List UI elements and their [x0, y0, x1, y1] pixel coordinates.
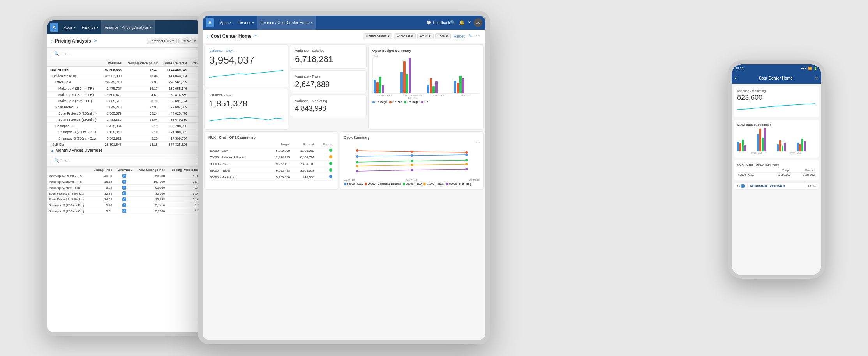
nux-table: Target Budget Status 60000 - G&A 5,289,9… [208, 142, 334, 181]
phone-menu-button[interactable]: ≡ [815, 75, 818, 81]
fy18-dropdown[interactable]: FY18 ▾ [417, 33, 434, 39]
edit-icon[interactable]: ✎ [468, 34, 473, 39]
phone-bar [764, 128, 766, 151]
x-label-rd: 80000 - R&D [427, 94, 453, 99]
x-label-travel: 81000 - T... [453, 94, 480, 99]
legend-rd-summary: 80000 - R&D [403, 182, 422, 185]
row-label: Make-up A (150ml - FR) [47, 179, 90, 185]
table-row: Soft Skin 28,391,845 13.18 374,325,626 [47, 142, 203, 146]
tab-direct-sales[interactable]: United States - Direct Sales [748, 183, 806, 189]
row-final: 5.14 [167, 202, 203, 208]
override-checkbox[interactable] [122, 186, 126, 190]
phone-bar-group [737, 140, 756, 151]
table-row: 60000 - G&A 1,250,000 1,335,962 [737, 173, 816, 177]
wifi-icon: 📶 [808, 67, 812, 70]
legend-py-target: PY Target [372, 101, 388, 103]
overrides-placeholder: Find... [60, 159, 70, 163]
reset-button[interactable]: Reset [452, 34, 466, 39]
united-states-dropdown[interactable]: United States ▾ [363, 33, 392, 39]
status-indicator [329, 149, 332, 152]
phone-time: 18:55 [736, 67, 743, 70]
forecast-dropdown-center[interactable]: Forecast ▾ [394, 33, 416, 39]
overrides-header-row: Selling Price Override? New Selling Pric… [47, 167, 203, 173]
forecast-dropdown[interactable]: Forecast EOY ▾ [147, 38, 177, 44]
overrides-search-input[interactable]: 🔍 Find... [51, 157, 199, 164]
table-row: Make-up A (75ml - FR) 9.32 9,3200 9.32 [47, 185, 203, 191]
tablet-center: A Apps ▾ Finance ▾ Finance / Cost Center… [198, 11, 490, 344]
phone-back-button[interactable]: ‹ [735, 75, 737, 81]
user-avatar[interactable]: GM [474, 18, 482, 27]
opex-budget-card: Opex Budget Summary 15M [368, 44, 484, 130]
nav-apps-left[interactable]: Apps ▾ [61, 20, 79, 34]
bar [432, 86, 435, 93]
override-checkbox[interactable] [122, 209, 126, 213]
col-price: Selling Price p/unit [124, 60, 160, 67]
legend-dot [403, 183, 405, 185]
variance-ga-title[interactable]: Variance - G&A › [209, 49, 283, 53]
legend-label: 60000 - G&A [347, 182, 363, 185]
variance-ga-card: Variance - G&A › 3,954,037 [204, 44, 288, 87]
nav-pricing-analysis[interactable]: Finance / Pricing Analysis ▾ [101, 20, 155, 34]
tab-all[interactable]: All 4 [734, 183, 748, 189]
search-icon-nav[interactable]: 🔍 [450, 20, 456, 25]
row-label: Make-up A (250ml - FR) [47, 85, 102, 92]
nav-finance-left[interactable]: Finance ▾ [79, 20, 102, 34]
phone-nux-title: NUX - Grid - OPEX summary [737, 163, 816, 166]
row-volumes: 7,669,519 [102, 98, 124, 104]
phone-status-icons: ●●● 📶 🔋 [801, 67, 818, 70]
overrides-search-bar: 🔍 Find... [47, 154, 203, 167]
row-label: 70000 - Salaries & Bene... [208, 154, 265, 161]
svg-point-2 [465, 154, 468, 156]
phone-bar-group [797, 139, 816, 151]
bar [379, 77, 381, 93]
feedback-button[interactable]: 💬 Feedback [427, 21, 450, 25]
us-dropdown[interactable]: US W... ▾ [178, 38, 199, 44]
row-final: 50.00 [167, 173, 203, 179]
apps-chevron: ▾ [74, 26, 76, 29]
row-budget: 446,000 [291, 174, 316, 181]
phone-variance-value: 823,600 [737, 94, 816, 102]
row-price: 10.36 [124, 73, 160, 79]
legend-label: CY... [424, 101, 430, 103]
opex-bar-chart [372, 58, 480, 94]
svg-point-7 [411, 160, 413, 162]
override-checkbox[interactable] [122, 180, 126, 184]
nav-apps-center[interactable]: Apps ▾ [217, 16, 235, 30]
overrides-table: Selling Price Override? New Selling Pric… [47, 167, 203, 214]
nav-finance-center[interactable]: Finance ▾ [235, 16, 258, 30]
search-input-left[interactable]: 🔍 Find... [51, 50, 199, 57]
override-checkbox[interactable] [122, 191, 126, 195]
phone-nux-header: Target Budget [737, 168, 816, 173]
svg-point-12 [356, 170, 358, 172]
table-row: Shampoo S (250ml - D...) 5.18 5,1410 5.1… [47, 202, 203, 208]
help-icon[interactable]: ? [468, 20, 471, 25]
refresh-icon-left[interactable]: ⟳ [94, 39, 97, 43]
back-button-center[interactable]: ‹ [206, 33, 208, 39]
table-row: Make-up A (150ml - FR) 16.52 16,4900 16.… [47, 179, 203, 185]
collapse-icon[interactable]: ▲ [51, 149, 54, 152]
override-checkbox[interactable] [122, 174, 126, 178]
variance-salaries-title: Variance - Salaries [295, 49, 362, 53]
back-button-left[interactable]: ‹ [51, 38, 53, 44]
x-label-q2: Q2 FY18 [406, 178, 417, 181]
bar [427, 85, 429, 93]
bar [409, 58, 411, 93]
col-budget: Budget [792, 168, 816, 173]
refresh-icon-center[interactable]: ⟳ [254, 34, 257, 38]
variance-rd-title: Variance - R&D [209, 93, 283, 97]
nav-cost-center-home[interactable]: Finance / Cost Center Home ▾ [257, 16, 316, 30]
bell-icon[interactable]: 🔔 [459, 20, 465, 25]
tab-forecast[interactable]: Fore... [806, 183, 819, 189]
variance-salaries-value: 6,718,281 [295, 54, 362, 64]
row-final: 32.00 [167, 191, 203, 197]
row-final: 16.49 [167, 179, 203, 185]
row-revenue: 44,023,470 [160, 110, 190, 117]
row-label: Golden Make-up [47, 73, 102, 79]
legend-dot [423, 183, 426, 185]
col-label [208, 142, 265, 147]
total-dropdown[interactable]: Total ▾ [435, 33, 451, 39]
phone-x-label: 60000 - G&A [737, 152, 776, 154]
more-icon[interactable]: ⋯ [475, 34, 482, 39]
override-checkbox[interactable] [122, 197, 126, 201]
override-checkbox[interactable] [122, 203, 126, 207]
